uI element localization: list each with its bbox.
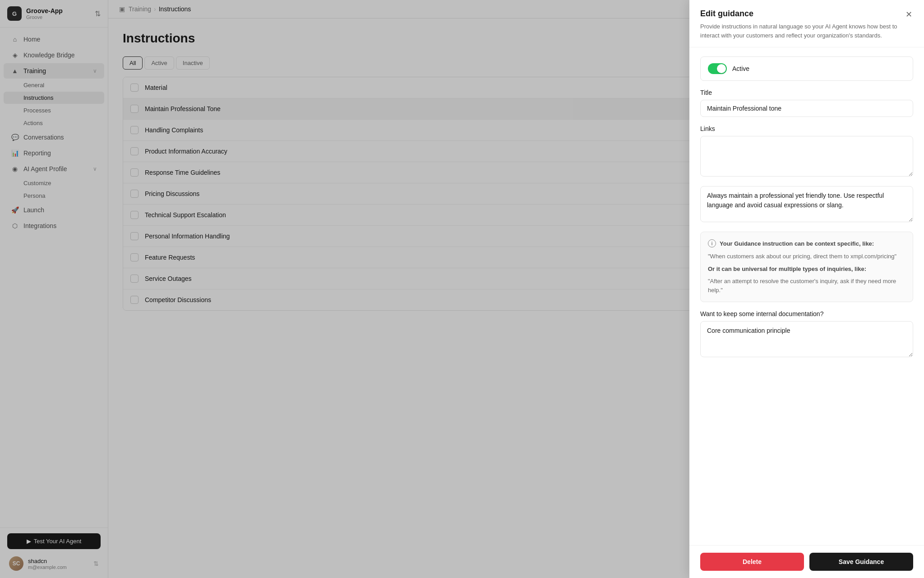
info-header-text: Your Guidance instruction can be context…	[720, 240, 874, 247]
panel-footer: Delete Save Guidance	[689, 545, 924, 578]
edit-guidance-panel: Edit guidance Provide instructions in na…	[689, 0, 924, 578]
internal-doc-textarea[interactable]	[700, 321, 913, 357]
panel-title: Edit guidance	[700, 9, 913, 19]
title-label: Title	[700, 89, 913, 96]
links-textarea[interactable]	[700, 136, 913, 177]
active-label: Active	[732, 65, 749, 72]
save-guidance-button[interactable]: Save Guidance	[809, 553, 913, 571]
info-box: i Your Guidance instruction can be conte…	[700, 232, 913, 302]
internal-doc-label: Want to keep some internal documentation…	[700, 310, 913, 317]
info-box-header: i Your Guidance instruction can be conte…	[708, 239, 906, 247]
links-group: Links	[700, 125, 913, 178]
active-toggle[interactable]	[708, 63, 727, 74]
info-or-text: Or it can be universal for multiple type…	[708, 266, 866, 272]
guidance-text-group	[700, 186, 913, 224]
internal-doc-group: Want to keep some internal documentation…	[700, 310, 913, 359]
title-group: Title	[700, 89, 913, 117]
title-input[interactable]	[700, 100, 913, 117]
panel-description: Provide instructions in natural language…	[700, 22, 913, 40]
links-label: Links	[700, 125, 913, 132]
close-button[interactable]: ✕	[902, 8, 915, 21]
panel-body: Active Title Links i Your Guidance instr…	[689, 47, 924, 545]
info-example2: "After an attempt to resolve the custome…	[708, 277, 906, 294]
info-example1: "When customers ask about our pricing, d…	[708, 252, 906, 261]
guidance-textarea[interactable]	[700, 186, 913, 222]
active-toggle-row: Active	[700, 56, 913, 81]
info-icon: i	[708, 239, 716, 247]
toggle-knob	[717, 64, 726, 73]
delete-button[interactable]: Delete	[700, 553, 804, 571]
panel-header: Edit guidance Provide instructions in na…	[689, 0, 924, 47]
